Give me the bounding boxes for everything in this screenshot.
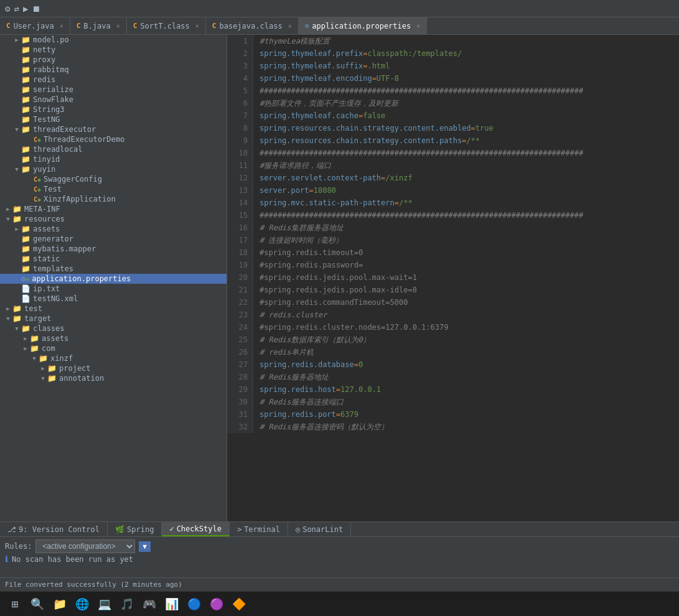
line-content[interactable]: # Redis服务器地址 [253,371,329,383]
tree-item-tinyid[interactable]: 📁tinyid [0,154,227,164]
tree-item-classes[interactable]: ▼📁classes [0,324,227,334]
tree-item-rabbitmq[interactable]: 📁rabbitmq [0,65,227,75]
bottom-tab-sonarlint[interactable]: ◎SonarLint [288,522,351,536]
bottom-tab-terminal[interactable]: >Terminal [230,522,288,536]
tree-item-static[interactable]: 📁static [0,254,227,264]
line-content[interactable]: spring.thymeleaf.prefix=classpath:/templ… [253,47,462,60]
tab-sortt-class[interactable]: CSortT.class✕ [127,17,206,34]
sync-icon[interactable]: ⇄ [14,4,19,14]
line-content[interactable]: server.servlet.context-path=/xinzf [253,172,413,184]
line-content[interactable]: spring.mvc.static-path-pattern=/** [253,197,413,209]
bottom-tab-version-control[interactable]: ⎇9: Version Control [0,522,108,536]
code-editor[interactable]: 1#thymeLea模板配置2spring.thymeleaf.prefix=c… [227,35,679,521]
line-content[interactable]: spring.resources.chain.strategy.content.… [253,122,494,134]
taskbar-icon-3[interactable]: 🌐 [72,594,92,614]
tree-item-netty[interactable]: 📁netty [0,45,227,55]
tree-item-resources[interactable]: ▼📁resources [0,214,227,224]
line-content[interactable]: #spring.redis.timeout=0 [253,246,363,259]
tree-item-application-properties[interactable]: ⚙◆application.properties [0,274,227,284]
tree-arrow: ▼ [12,126,21,133]
line-content[interactable]: #spring.redis.cluster.nodes=127.0.0.1:63… [253,321,448,334]
line-content[interactable]: # Redis服务器连接密码（默认为空） [253,421,388,433]
tree-item-generator[interactable]: 📁generator [0,234,227,244]
tree-item-testng[interactable]: 📁TestNG [0,114,227,124]
settings-icon[interactable]: ⚙ [5,4,10,14]
tree-item-string3[interactable]: 📁String3 [0,105,227,114]
taskbar-icon-1[interactable]: 🔍 [27,594,47,614]
line-content[interactable]: ########################################… [253,209,583,222]
tab-b-java[interactable]: CB.java✕ [70,17,127,34]
tree-item-com[interactable]: ▶📁com [0,343,227,353]
line-content[interactable]: spring.redis.host=127.0.0.1 [253,383,381,396]
bottom-tab-spring[interactable]: 🌿Spring [108,522,162,536]
line-content[interactable]: spring.thymeleaf.suffix=.html [253,60,390,72]
taskbar-icon-0[interactable]: ⊞ [5,594,25,614]
tree-item-test[interactable]: ▶📁test [0,304,227,314]
run-icon[interactable]: ▶ [23,4,28,14]
tab-basejava-class[interactable]: Cbasejava.class✕ [206,17,299,34]
line-content[interactable]: spring.thymeleaf.cache=false [253,110,385,122]
line-content[interactable]: #服务请求路径，端口 [253,159,331,172]
line-content[interactable]: spring.redis.port=6379 [253,408,358,421]
line-content[interactable]: #spring.redis.password= [253,259,363,271]
tree-item-assets[interactable]: ▶📁assets [0,334,227,343]
tree-item-threadexecutor[interactable]: ▼📁threadExecutor [0,124,227,134]
tree-item-proxy[interactable]: 📁proxy [0,55,227,65]
taskbar-icon-7[interactable]: 📊 [162,594,182,614]
dropdown-arrow-icon[interactable]: ▼ [139,541,151,552]
tree-item-project[interactable]: ▶📁project [0,363,227,373]
tree-item-ip-txt[interactable]: 📄ip.txt [0,284,227,294]
line-content[interactable]: # Redis服务器连接端口 [253,396,344,408]
tree-item-templates[interactable]: 📁templates [0,264,227,274]
tree-item-assets[interactable]: ▶📁assets [0,224,227,234]
line-content[interactable]: # redis.cluster [253,309,327,321]
taskbar-icon-4[interactable]: 💻 [95,594,115,614]
tree-item-xinzfapplication[interactable]: C◆XinzfApplication [0,194,227,204]
taskbar-icon-9[interactable]: 🟣 [207,594,227,614]
tree-item-test[interactable]: C◆Test [0,184,227,194]
tree-item-target[interactable]: ▼📁target [0,314,227,324]
tree-item-threadlocal[interactable]: 📁threadlocal [0,144,227,154]
line-content[interactable]: # Redis集群服务器地址 [253,222,344,234]
line-content[interactable]: ########################################… [253,147,583,159]
tree-file-icon: 📁 [12,304,22,313]
line-content[interactable]: #spring.redis.jedis.pool.max-wait=1 [253,271,417,284]
tree-item-serialize[interactable]: 📁serialize [0,85,227,95]
taskbar-icon-5[interactable]: 🎵 [117,594,137,614]
taskbar-icon-10[interactable]: 🔶 [229,594,249,614]
line-content[interactable]: #thymeLea模板配置 [253,35,330,47]
line-content[interactable]: # redis单片机 [253,346,314,358]
rules-dropdown[interactable]: <active configuration> [35,539,135,553]
tab-application-properties[interactable]: ⚙application.properties✕ [299,17,428,34]
tree-item-mybatis-mapper[interactable]: 📁mybatis.mapper [0,244,227,254]
line-content[interactable]: # Redis数据库索引（默认为0） [253,334,370,346]
line-content[interactable]: spring.resources.chain.strategy.content.… [253,134,480,147]
tree-item-testng-xml[interactable]: 📄testNG.xml [0,294,227,304]
line-number: 27 [227,358,253,371]
tree-item-snowflake[interactable]: 📁SnowFlake [0,95,227,105]
taskbar-icon-8[interactable]: 🔵 [184,594,204,614]
tree-item-threadexecutordemo[interactable]: C◆ThreadExecutorDemo [0,134,227,144]
tree-item-label: static [33,254,60,263]
line-content[interactable]: spring.redis.database=0 [253,358,363,371]
line-content[interactable]: spring.thymeleaf.encoding=UTF-8 [253,72,399,85]
line-content[interactable]: server.port=18080 [253,184,336,197]
tree-item-swaggerconfig[interactable]: C◆SwaggerConfig [0,174,227,184]
taskbar-icon-6[interactable]: 🎮 [139,594,159,614]
tree-item-xinzf[interactable]: ▼📁xinzf [0,353,227,363]
tree-item-model-po[interactable]: ▶📁model.po [0,35,227,45]
tree-item-annotation[interactable]: ▼📁annotation [0,373,227,383]
line-content[interactable]: #spring.redis.jedis.pool.max-idle=8 [253,284,417,296]
tree-item-meta-inf[interactable]: ▶📁META-INF [0,204,227,214]
tree-item-yuyin[interactable]: ▼📁yuyin [0,164,227,174]
tree-item-label: annotation [59,374,104,383]
stop-icon[interactable]: ⏹ [32,4,40,14]
line-content[interactable]: #热部署文件，页面不产生缓存，及时更新 [253,97,398,110]
line-content[interactable]: #spring.redis.commandTimeout=5000 [253,296,408,309]
bottom-tab-checkstyle[interactable]: ✓CheckStyle [162,522,229,536]
tree-item-redis[interactable]: 📁redis [0,75,227,85]
taskbar-icon-2[interactable]: 📁 [50,594,70,614]
line-content[interactable]: ########################################… [253,85,583,97]
tab-user-java[interactable]: CUser.java✕ [0,17,70,34]
line-content[interactable]: # 连接超时时间（毫秒） [253,234,343,246]
